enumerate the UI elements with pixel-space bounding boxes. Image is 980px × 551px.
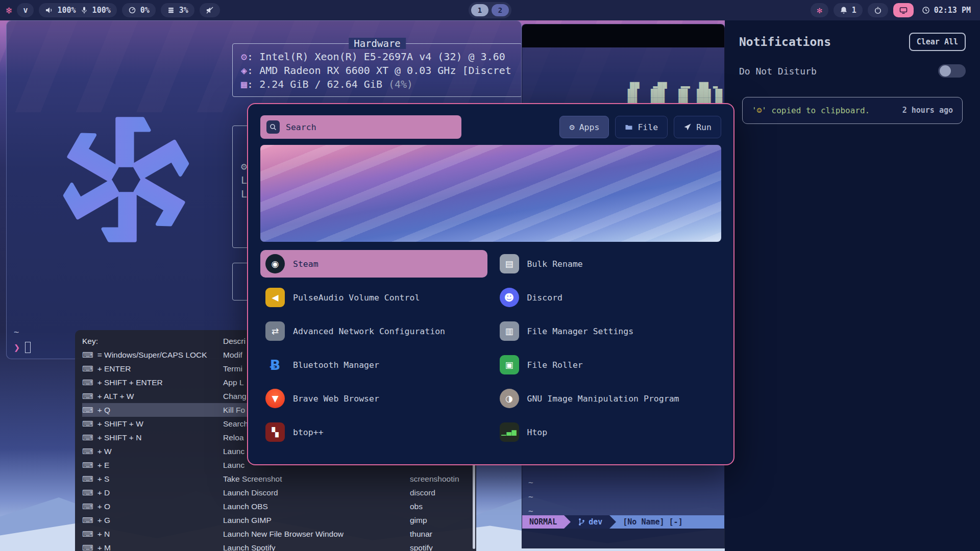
app-icon-glyph: ▣: [505, 360, 513, 370]
smiley-emoji-icon: ☺: [757, 106, 762, 115]
terminal-titlebar: [522, 24, 724, 47]
clock-widget[interactable]: 02:13 PM: [919, 6, 974, 15]
keybind-keys: + SHIFT + ENTER: [97, 378, 163, 387]
keybind-command: spotify: [410, 543, 471, 551]
speaker-icon: [45, 6, 53, 14]
app-item[interactable]: ▼ Brave Web Browser: [260, 385, 487, 412]
run-icon: [683, 123, 692, 131]
keybind-description: Launch GIMP: [223, 516, 410, 525]
keyboard-icon: ⌨: [82, 406, 93, 414]
sparkle-icon: ✻: [817, 5, 822, 15]
app-item[interactable]: ▚ btop++: [260, 418, 487, 446]
skyline-line: ▐█▌ ▐██▌ ▐█▌ ▐██▌▐█: [621, 89, 722, 98]
hardware-value: : 2.24 GiB / 62.64 GiB: [247, 78, 388, 91]
app-item[interactable]: ▣ File Roller: [495, 351, 722, 379]
hardware-row: ▦ : 2.24 GiB / 62.64 GiB (4%): [241, 78, 513, 91]
search-field[interactable]: [260, 115, 461, 139]
mute-button[interactable]: [200, 3, 220, 17]
app-icon-glyph: ▼: [272, 393, 278, 404]
app-icon-glyph: ▤: [505, 259, 513, 269]
app-label: Bulk Rename: [527, 259, 583, 269]
git-branch-name: dev: [589, 517, 602, 527]
shell-prompt[interactable]: ❯: [14, 341, 31, 354]
notifications-header: Notifications Clear All: [739, 33, 966, 51]
keybind-command: screenshootin: [410, 474, 471, 484]
workspace-1-button[interactable]: 1: [471, 4, 488, 16]
app-icon: ▁▄▆: [500, 422, 519, 442]
git-branch-segment: dev: [571, 515, 609, 529]
display-button[interactable]: [893, 3, 914, 17]
keybind-keys: + Q: [97, 406, 110, 414]
notification-card[interactable]: '☺' copied to clipboard. 2 hours ago: [742, 97, 963, 124]
tab-run-label: Run: [696, 122, 712, 132]
app-item[interactable]: ◀ PulseAudio Volume Control: [260, 284, 487, 311]
tab-run[interactable]: Run: [674, 116, 721, 138]
keyboard-icon: ⌨: [82, 502, 93, 511]
app-icon: ▥: [500, 321, 519, 341]
search-input[interactable]: [286, 122, 455, 132]
volume-widget[interactable]: 100% 100%: [39, 3, 116, 17]
keybind-combo: ⌨+ G: [82, 516, 223, 525]
keyboard-icon: ⌨: [82, 350, 93, 359]
vim-mode-indicator: NORMAL: [522, 515, 564, 529]
app-item[interactable]: Ƀ Bluetooth Manager: [260, 351, 487, 379]
power-icon: [874, 6, 882, 14]
app-icon-glyph: ◑: [505, 393, 513, 404]
tab-apps[interactable]: ⚙ Apps: [559, 116, 609, 138]
app-item[interactable]: ◉ Steam: [260, 250, 487, 278]
app-item[interactable]: ▤ Bulk Rename: [495, 250, 722, 278]
keybind-command: thunar: [410, 530, 471, 539]
app-item[interactable]: ☻ Discord: [495, 284, 722, 311]
hardware-section-title: Hardware: [349, 38, 406, 49]
app-icon: ◉: [265, 254, 285, 273]
menu-button[interactable]: v: [17, 3, 34, 17]
workspace-2-button[interactable]: 2: [492, 4, 509, 16]
keybind-keys: + ENTER: [97, 364, 131, 373]
keybind-keys: + SHIFT + N: [97, 433, 142, 442]
notification-timestamp: 2 hours ago: [902, 106, 953, 115]
volume-out-value: 100%: [57, 6, 76, 15]
memory-widget[interactable]: 3%: [161, 3, 194, 17]
nix-flake-icon[interactable]: ❄: [6, 5, 12, 16]
launcher-search-row: ⚙ Apps File Run: [260, 115, 721, 139]
keyboard-icon: ⌨: [82, 392, 93, 400]
keybind-keys: + ALT + W: [97, 392, 134, 400]
keybind-combo: ⌨+ Q: [82, 406, 223, 415]
do-not-disturb-toggle[interactable]: [938, 64, 966, 78]
app-item[interactable]: ▥ File Manager Settings: [495, 317, 722, 345]
app-icon-glyph: ☻: [504, 292, 514, 303]
app-icon-glyph: ◉: [272, 259, 279, 269]
app-label: GNU Image Manipulation Program: [527, 394, 679, 404]
keyboard-icon: ⌨: [82, 447, 93, 456]
app-icon-glyph: ⇄: [272, 326, 279, 336]
app-label: PulseAudio Volume Control: [293, 293, 420, 303]
microphone-icon: [80, 6, 88, 14]
keybind-combo: ⌨+ SHIFT + ENTER: [82, 378, 223, 387]
terminal-cursor: [25, 342, 31, 353]
cpu-widget[interactable]: 0%: [122, 3, 156, 17]
notifications-button[interactable]: 1: [834, 3, 863, 17]
clock-icon: [922, 6, 930, 14]
app-label: Htop: [527, 428, 548, 437]
app-label: Bluetooth Manager: [293, 360, 379, 370]
hardware-row: ◈ : AMD Radeon RX 6600 XT @ 0.03 GHz [Di…: [241, 64, 513, 78]
keyboard-icon: ⌨: [82, 474, 93, 483]
indicator-button[interactable]: ✻: [811, 3, 828, 17]
keybind-combo: ⌨+ ALT + W: [82, 392, 223, 401]
keybind-command: gimp: [410, 516, 471, 525]
launcher-banner-image: [260, 145, 721, 242]
keybind-combo: ⌨+ ENTER: [82, 364, 223, 373]
power-button[interactable]: [868, 3, 888, 17]
keybind-combo: ⌨+ N: [82, 530, 223, 539]
keybind-row: ⌨+ D Launch Discord discord: [82, 486, 471, 499]
tab-file[interactable]: File: [615, 116, 668, 138]
app-item[interactable]: ▁▄▆ Htop: [495, 418, 722, 446]
app-item[interactable]: ⇄ Advanced Network Configuration: [260, 317, 487, 345]
tab-apps-label: Apps: [579, 122, 600, 132]
keybind-row: ⌨+ S Take Screenshot screenshootin: [82, 472, 471, 486]
keybind-keys: + D: [97, 488, 110, 497]
keybind-description: Take Screenshot: [223, 474, 410, 484]
keybind-combo: ⌨= Windows/Super/CAPS LOCK: [82, 350, 223, 360]
app-item[interactable]: ◑ GNU Image Manipulation Program: [495, 385, 722, 412]
clear-all-button[interactable]: Clear All: [909, 33, 966, 51]
